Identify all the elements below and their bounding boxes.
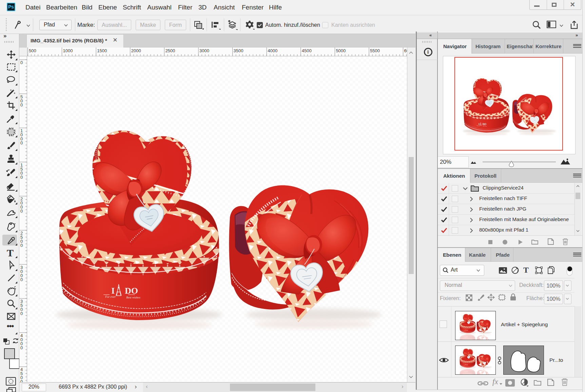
svg-text:I: I bbox=[111, 286, 115, 296]
svg-text:2000: 2000 bbox=[131, 48, 141, 53]
svg-text:4000: 4000 bbox=[268, 48, 277, 53]
svg-text:Best wishes: Best wishes bbox=[126, 296, 140, 299]
svg-text:0: 0 bbox=[20, 60, 23, 65]
svg-text:0: 0 bbox=[20, 102, 23, 107]
svg-text:0: 0 bbox=[20, 277, 23, 282]
svg-text:1000: 1000 bbox=[63, 48, 73, 53]
svg-text:3500: 3500 bbox=[234, 48, 243, 53]
svg-text:DO: DO bbox=[125, 286, 138, 296]
svg-text:2500: 2500 bbox=[165, 48, 175, 53]
svg-text:0: 0 bbox=[20, 345, 23, 350]
svg-text:5500: 5500 bbox=[370, 48, 380, 53]
svg-text:0: 0 bbox=[20, 209, 23, 214]
svg-text:1500: 1500 bbox=[97, 48, 107, 53]
svg-text:0: 0 bbox=[20, 175, 23, 180]
svg-text:500: 500 bbox=[29, 48, 36, 53]
svg-text:0: 0 bbox=[20, 311, 23, 316]
svg-text:0: 0 bbox=[20, 243, 23, 248]
svg-text:For ever: For ever bbox=[105, 295, 116, 298]
svg-text:4500: 4500 bbox=[302, 48, 312, 53]
svg-text:6000: 6000 bbox=[404, 48, 407, 53]
svg-text:0: 0 bbox=[20, 140, 23, 145]
svg-text:5000: 5000 bbox=[336, 48, 346, 53]
svg-text:3000: 3000 bbox=[199, 48, 209, 53]
svg-text:0: 0 bbox=[20, 379, 23, 382]
